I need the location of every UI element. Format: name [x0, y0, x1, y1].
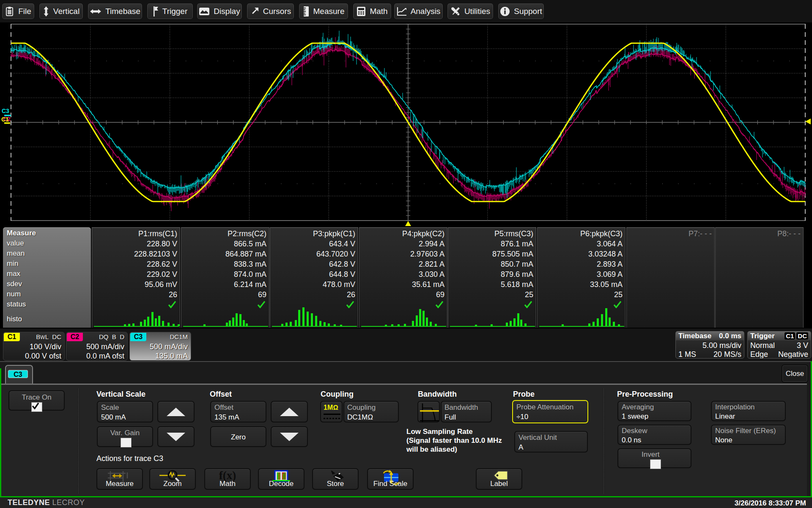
- svg-text:C3: C3: [2, 108, 9, 114]
- svg-text:C1: C1: [1, 116, 9, 123]
